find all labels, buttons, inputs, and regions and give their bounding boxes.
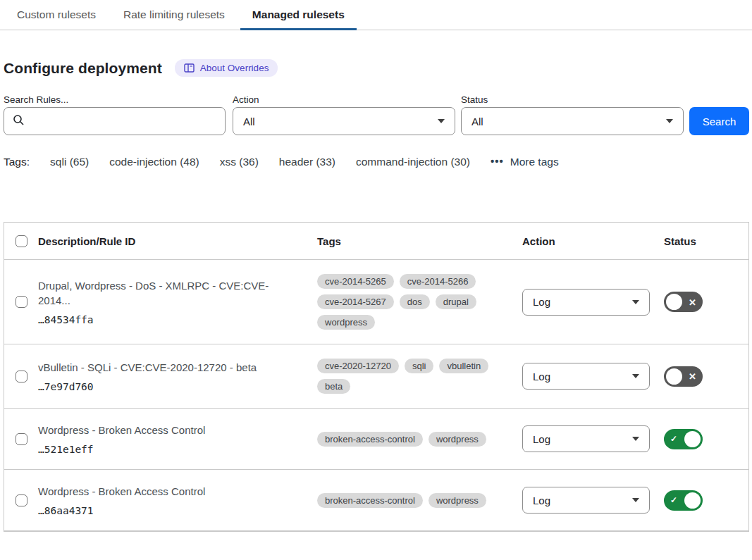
toggle-knob: [684, 431, 701, 447]
rule-action-select[interactable]: Log: [522, 289, 650, 316]
column-tags: Tags: [317, 235, 522, 247]
ellipsis-icon: •••: [491, 155, 504, 167]
x-icon: ✕: [689, 372, 696, 381]
rule-action-value: Log: [533, 494, 550, 506]
chevron-down-icon: [632, 374, 639, 378]
rules-table-header: Description/Rule ID Tags Action Status: [4, 223, 748, 260]
column-status: Status: [664, 235, 748, 247]
rule-action-select[interactable]: Log: [522, 363, 650, 390]
toggle-knob: [666, 368, 682, 385]
rule-action-value: Log: [533, 371, 550, 382]
check-icon: ✓: [670, 435, 677, 443]
page-title: Configure deployment: [4, 60, 162, 77]
more-tags-label: More tags: [510, 156, 559, 168]
search-button[interactable]: Search: [689, 107, 749, 135]
tag-pill: cve-2014-5265: [317, 274, 394, 289]
tag-pill: broken-access-control: [317, 432, 423, 447]
rule-description: vBulletin - SQLi - CVE:CVE-2020-12720 - …: [38, 360, 300, 375]
page-head: Configure deployment About Overrides: [4, 59, 278, 77]
rule-description: Wordpress - Broken Access Control: [38, 484, 300, 499]
action-filter-select[interactable]: All: [233, 107, 455, 135]
row-checkbox[interactable]: [16, 371, 27, 382]
chevron-down-icon: [666, 119, 673, 123]
tag-pill: cve-2014-5266: [400, 274, 476, 289]
tag-pill: drupal: [436, 294, 476, 309]
row-checkbox[interactable]: [16, 296, 27, 308]
rule-id: …86aa4371: [38, 505, 300, 516]
table-row: vBulletin - SQLi - CVE:CVE-2020-12720 - …: [4, 344, 748, 409]
tab-rate-limiting-rulesets[interactable]: Rate limiting rulesets: [111, 0, 237, 30]
search-rules-input[interactable]: [30, 108, 225, 135]
search-icon: [13, 114, 25, 129]
status-filter-select[interactable]: All: [461, 107, 684, 135]
search-rules-label: Search Rules...: [4, 94, 68, 105]
rule-tags: broken-access-controlwordpress: [317, 493, 522, 508]
rule-id: …7e97d760: [38, 381, 300, 392]
rule-description: Wordpress - Broken Access Control: [38, 423, 300, 437]
check-icon: ✓: [670, 496, 677, 504]
table-row: Wordpress - Broken Access Control …86aa4…: [4, 470, 748, 531]
tag-pill: wordpress: [429, 493, 486, 508]
tab-custom-rulesets[interactable]: Custom rulesets: [5, 0, 108, 30]
table-row: Wordpress - Broken Access Control …521e1…: [4, 409, 748, 470]
rules-table: Description/Rule ID Tags Action Status D…: [4, 222, 749, 532]
rule-action-select[interactable]: Log: [522, 487, 650, 514]
rule-tags: broken-access-controlwordpress: [317, 432, 522, 447]
rule-status-toggle[interactable]: ✓ ✕: [664, 292, 703, 312]
rule-status-toggle[interactable]: ✓ ✕: [664, 366, 703, 387]
action-filter-label: Action: [233, 94, 259, 105]
search-rules-box: [4, 107, 226, 135]
status-filter-label: Status: [461, 94, 488, 105]
tag-filter-link[interactable]: header (33): [279, 156, 335, 168]
rule-status-toggle[interactable]: ✓ ✕: [664, 490, 703, 511]
row-checkbox[interactable]: [16, 494, 27, 506]
more-tags-button[interactable]: ••• More tags: [491, 156, 559, 168]
tags-bar-label: Tags:: [4, 156, 30, 168]
row-checkbox[interactable]: [16, 433, 27, 445]
rule-id: …521e1eff: [38, 444, 300, 455]
tag-filter-link[interactable]: sqli (65): [50, 156, 89, 168]
rule-status-toggle[interactable]: ✓ ✕: [664, 429, 703, 449]
tag-pill: cve-2020-12720: [317, 359, 399, 373]
tab-managed-rulesets[interactable]: Managed rulesets: [240, 0, 357, 30]
toggle-knob: [684, 492, 701, 509]
rule-action-value: Log: [533, 296, 550, 308]
status-filter-value: All: [471, 116, 483, 127]
chevron-down-icon: [632, 437, 639, 441]
tag-filter-link[interactable]: code-injection (48): [109, 156, 199, 168]
about-overrides-label: About Overrides: [200, 63, 269, 73]
table-row: Drupal, Wordpress - DoS - XMLRPC - CVE:C…: [4, 260, 748, 344]
chevron-down-icon: [632, 300, 639, 304]
about-overrides-badge[interactable]: About Overrides: [175, 59, 278, 77]
tag-pill: wordpress: [317, 315, 375, 330]
book-icon: [184, 63, 195, 73]
tags-bar-list: sqli (65)code-injection (48)xss (36)head…: [50, 156, 470, 168]
column-description: Description/Rule ID: [38, 235, 317, 247]
select-all-checkbox[interactable]: [16, 235, 27, 247]
action-filter-value: All: [243, 116, 255, 127]
tag-pill: vbulletin: [439, 359, 488, 373]
x-icon: ✕: [689, 297, 696, 306]
ruleset-tabbar: Custom rulesets Rate limiting rulesets M…: [0, 0, 752, 30]
tag-pill: broken-access-control: [317, 493, 423, 508]
rule-action-select[interactable]: Log: [522, 425, 650, 452]
tag-pill: wordpress: [429, 432, 486, 447]
rules-table-body: Drupal, Wordpress - DoS - XMLRPC - CVE:C…: [4, 260, 748, 531]
column-action: Action: [522, 235, 664, 247]
rule-action-value: Log: [533, 433, 550, 445]
tag-pill: cve-2014-5267: [317, 294, 394, 309]
tag-pill: dos: [400, 294, 430, 309]
rule-id: …84534ffa: [38, 314, 300, 325]
managed-rulesets-page: Custom rulesets Rate limiting rulesets M…: [0, 0, 752, 560]
toggle-knob: [666, 294, 682, 310]
rule-tags: cve-2014-5265cve-2014-5266cve-2014-5267d…: [317, 274, 522, 330]
rule-tags: cve-2020-12720sqlivbulletinbeta: [317, 359, 522, 394]
tag-pill: sqli: [405, 359, 434, 373]
rule-description: Drupal, Wordpress - DoS - XMLRPC - CVE:C…: [38, 278, 300, 308]
chevron-down-icon: [438, 119, 445, 123]
chevron-down-icon: [632, 498, 639, 502]
tag-filter-link[interactable]: xss (36): [220, 156, 259, 168]
tag-pill: beta: [317, 379, 350, 394]
tags-bar: Tags: sqli (65)code-injection (48)xss (3…: [4, 156, 559, 168]
tag-filter-link[interactable]: command-injection (30): [356, 156, 470, 168]
